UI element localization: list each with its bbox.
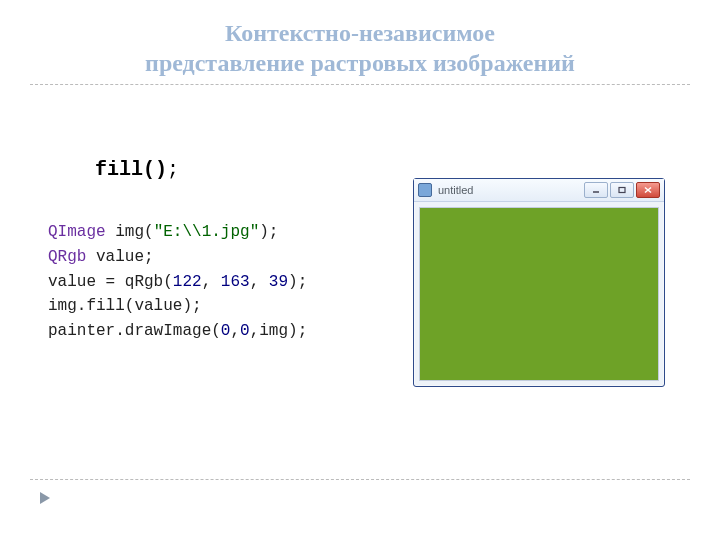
close-button[interactable]	[636, 182, 660, 198]
svg-rect-1	[619, 188, 625, 193]
title-line-2: представление растровых изображений	[145, 50, 575, 76]
triangle-bullet-icon	[40, 492, 50, 504]
divider-top	[30, 84, 690, 85]
maximize-icon	[617, 186, 627, 194]
code-line-5: painter.drawImage(0,0,img);	[48, 322, 307, 340]
code-line-4: img.fill(value);	[48, 297, 202, 315]
code-line-2: QRgb value;	[48, 248, 154, 266]
window-client-area	[419, 207, 659, 381]
minimize-button[interactable]	[584, 182, 608, 198]
method-semicolon: ;	[167, 158, 179, 181]
code-block: QImage img("E:\\1.jpg"); QRgb value; val…	[48, 220, 307, 344]
window-title: untitled	[438, 184, 578, 196]
window-titlebar[interactable]: untitled	[414, 179, 664, 202]
divider-bottom	[30, 479, 690, 480]
maximize-button[interactable]	[610, 182, 634, 198]
method-name: fill()	[95, 158, 167, 181]
app-icon	[418, 183, 432, 197]
method-label: fill();	[95, 158, 179, 181]
title-line-1: Контекстно-независимое	[225, 20, 495, 46]
minimize-icon	[591, 186, 601, 194]
slide-title: Контекстно-независимое представление рас…	[0, 0, 720, 78]
window-buttons	[584, 182, 660, 198]
code-line-3: value = qRgb(122, 163, 39);	[48, 273, 307, 291]
code-line-1: QImage img("E:\\1.jpg");	[48, 223, 278, 241]
output-window: untitled	[413, 178, 665, 387]
close-icon	[643, 186, 653, 194]
